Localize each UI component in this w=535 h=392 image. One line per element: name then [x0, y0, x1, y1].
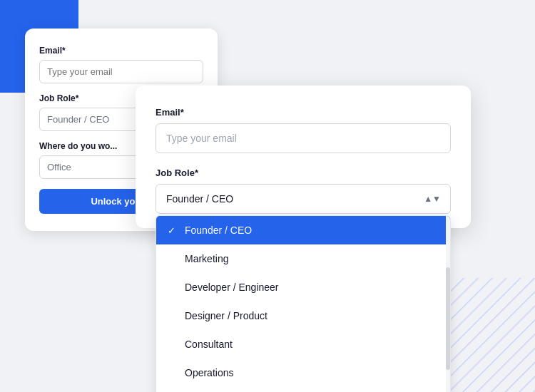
main-card: Email* Job Role* Founder / CEO ▲▼ ✓ Foun…: [136, 86, 471, 228]
job-role-label: Job Role*: [156, 167, 451, 178]
scrollbar-track: [446, 216, 450, 392]
dropdown-item-founder[interactable]: ✓ Founder / CEO: [156, 216, 450, 244]
dropdown-item-label: Operations: [185, 367, 233, 378]
job-role-select[interactable]: Founder / CEO: [156, 184, 451, 214]
dropdown-item-label: Developer / Engineer: [185, 282, 279, 293]
dropdown-item-operations[interactable]: Operations: [156, 359, 450, 387]
dropdown-item-label: Consultant: [185, 339, 233, 350]
checkmark-icon: ✓: [168, 225, 179, 236]
dropdown-item-consultant[interactable]: Consultant: [156, 330, 450, 359]
back-email-label: Email*: [39, 46, 203, 56]
job-role-dropdown-wrapper: Founder / CEO ▲▼ ✓ Founder / CEO Marketi…: [156, 184, 451, 214]
job-role-field-group: Job Role* Founder / CEO ▲▼ ✓ Founder / C…: [156, 167, 451, 214]
email-input[interactable]: [156, 123, 451, 153]
dropdown-item-label: Marketing: [185, 253, 228, 264]
job-role-dropdown: ✓ Founder / CEO Marketing Developer / En…: [156, 215, 451, 392]
dropdown-item-label: Designer / Product: [185, 310, 268, 321]
back-email-input[interactable]: [39, 60, 203, 83]
email-field-group: Email*: [156, 107, 451, 153]
scrollbar-thumb[interactable]: [446, 267, 450, 370]
select-wrapper: Founder / CEO ▲▼: [156, 184, 451, 214]
dropdown-item-designer[interactable]: Designer / Product: [156, 301, 450, 330]
dropdown-item-label: Founder / CEO: [185, 225, 252, 236]
dropdown-item-developer[interactable]: Developer / Engineer: [156, 273, 450, 301]
dropdown-item-marketing[interactable]: Marketing: [156, 244, 450, 273]
dropdown-item-content[interactable]: Content: [156, 387, 450, 392]
email-label: Email*: [156, 107, 451, 118]
